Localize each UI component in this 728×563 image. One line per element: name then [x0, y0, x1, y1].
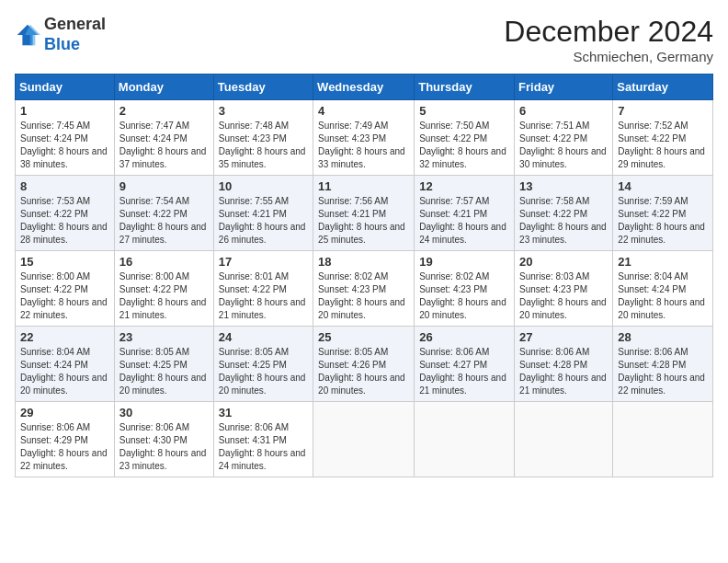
weekday-header-row: SundayMondayTuesdayWednesdayThursdayFrid… — [16, 75, 713, 100]
day-info: Sunrise: 7:57 AMSunset: 4:21 PMDaylight:… — [419, 195, 509, 247]
calendar-cell: 25Sunrise: 8:05 AMSunset: 4:26 PMDayligh… — [313, 327, 415, 402]
day-number: 17 — [219, 255, 308, 269]
day-number: 25 — [318, 330, 409, 344]
day-info: Sunrise: 7:53 AMSunset: 4:22 PMDaylight:… — [20, 195, 109, 247]
day-info: Sunrise: 8:01 AMSunset: 4:22 PMDaylight:… — [219, 270, 308, 322]
day-info: Sunrise: 7:56 AMSunset: 4:21 PMDaylight:… — [318, 195, 409, 247]
weekday-header-friday: Friday — [515, 75, 613, 100]
logo-icon — [15, 22, 40, 48]
day-number: 10 — [219, 179, 308, 193]
day-info: Sunrise: 7:49 AMSunset: 4:23 PMDaylight:… — [318, 120, 409, 171]
calendar-cell: 4Sunrise: 7:49 AMSunset: 4:23 PMDaylight… — [313, 100, 415, 176]
calendar-cell: 15Sunrise: 8:00 AMSunset: 4:22 PMDayligh… — [16, 251, 115, 327]
day-number: 6 — [519, 104, 608, 118]
day-info: Sunrise: 7:47 AMSunset: 4:24 PMDaylight:… — [119, 120, 209, 171]
day-number: 30 — [119, 406, 209, 419]
day-info: Sunrise: 7:59 AMSunset: 4:22 PMDaylight:… — [618, 195, 708, 247]
calendar-cell: 20Sunrise: 8:03 AMSunset: 4:23 PMDayligh… — [515, 251, 613, 327]
day-info: Sunrise: 8:05 AMSunset: 4:25 PMDaylight:… — [219, 346, 308, 397]
calendar-cell: 9Sunrise: 7:54 AMSunset: 4:22 PMDaylight… — [114, 176, 213, 251]
day-info: Sunrise: 8:02 AMSunset: 4:23 PMDaylight:… — [318, 270, 409, 322]
calendar-cell: 16Sunrise: 8:00 AMSunset: 4:22 PMDayligh… — [114, 251, 213, 327]
day-number: 16 — [119, 255, 209, 269]
day-number: 26 — [419, 330, 509, 344]
day-number: 29 — [20, 406, 109, 419]
day-number: 18 — [318, 255, 409, 269]
weekday-header-sunday: Sunday — [16, 75, 115, 100]
day-info: Sunrise: 8:06 AMSunset: 4:29 PMDaylight:… — [20, 421, 109, 473]
day-number: 19 — [419, 255, 509, 269]
day-info: Sunrise: 7:52 AMSunset: 4:22 PMDaylight:… — [618, 120, 708, 171]
page-header: General Blue December 2024 Schmiechen, G… — [15, 15, 713, 64]
calendar-cell: 24Sunrise: 8:05 AMSunset: 4:25 PMDayligh… — [213, 327, 313, 402]
day-number: 14 — [618, 179, 708, 193]
calendar-cell: 17Sunrise: 8:01 AMSunset: 4:22 PMDayligh… — [213, 251, 313, 327]
day-info: Sunrise: 7:55 AMSunset: 4:21 PMDaylight:… — [219, 195, 308, 247]
day-info: Sunrise: 8:04 AMSunset: 4:24 PMDaylight:… — [618, 270, 708, 322]
location: Schmiechen, Germany — [504, 49, 713, 64]
weekday-header-wednesday: Wednesday — [313, 75, 415, 100]
day-number: 4 — [318, 104, 409, 118]
title-block: December 2024 Schmiechen, Germany — [504, 15, 713, 64]
day-info: Sunrise: 8:06 AMSunset: 4:28 PMDaylight:… — [618, 346, 708, 397]
calendar-week-row: 8Sunrise: 7:53 AMSunset: 4:22 PMDaylight… — [16, 176, 713, 251]
calendar-cell: 27Sunrise: 8:06 AMSunset: 4:28 PMDayligh… — [515, 327, 613, 402]
calendar-cell: 8Sunrise: 7:53 AMSunset: 4:22 PMDaylight… — [16, 176, 115, 251]
calendar-cell: 28Sunrise: 8:06 AMSunset: 4:28 PMDayligh… — [613, 327, 713, 402]
calendar-cell: 6Sunrise: 7:51 AMSunset: 4:22 PMDaylight… — [515, 100, 613, 176]
calendar-cell: 23Sunrise: 8:05 AMSunset: 4:25 PMDayligh… — [114, 327, 213, 402]
month-title: December 2024 — [504, 15, 713, 49]
calendar-cell — [313, 402, 415, 477]
day-number: 21 — [618, 255, 708, 269]
day-info: Sunrise: 8:05 AMSunset: 4:25 PMDaylight:… — [119, 346, 209, 397]
calendar-week-row: 29Sunrise: 8:06 AMSunset: 4:29 PMDayligh… — [16, 402, 713, 477]
calendar-cell: 31Sunrise: 8:06 AMSunset: 4:31 PMDayligh… — [213, 402, 313, 477]
day-number: 2 — [119, 104, 209, 118]
day-info: Sunrise: 8:06 AMSunset: 4:30 PMDaylight:… — [119, 421, 209, 473]
day-info: Sunrise: 8:05 AMSunset: 4:26 PMDaylight:… — [318, 346, 409, 397]
day-info: Sunrise: 7:58 AMSunset: 4:22 PMDaylight:… — [519, 195, 608, 247]
day-info: Sunrise: 7:54 AMSunset: 4:22 PMDaylight:… — [119, 195, 209, 247]
weekday-header-saturday: Saturday — [613, 75, 713, 100]
day-number: 5 — [419, 104, 509, 118]
calendar-cell — [613, 402, 713, 477]
day-number: 28 — [618, 330, 708, 344]
calendar-cell: 29Sunrise: 8:06 AMSunset: 4:29 PMDayligh… — [16, 402, 115, 477]
day-number: 24 — [219, 330, 308, 344]
logo-general: General — [44, 15, 106, 35]
day-info: Sunrise: 8:03 AMSunset: 4:23 PMDaylight:… — [519, 270, 608, 322]
day-info: Sunrise: 8:06 AMSunset: 4:27 PMDaylight:… — [419, 346, 509, 397]
day-number: 23 — [119, 330, 209, 344]
day-number: 1 — [20, 104, 109, 118]
day-info: Sunrise: 7:51 AMSunset: 4:22 PMDaylight:… — [519, 120, 608, 171]
day-number: 22 — [20, 330, 109, 344]
calendar-cell: 10Sunrise: 7:55 AMSunset: 4:21 PMDayligh… — [213, 176, 313, 251]
day-number: 9 — [119, 179, 209, 193]
calendar-cell — [515, 402, 613, 477]
calendar-cell: 19Sunrise: 8:02 AMSunset: 4:23 PMDayligh… — [415, 251, 515, 327]
day-number: 12 — [419, 179, 509, 193]
calendar-cell: 18Sunrise: 8:02 AMSunset: 4:23 PMDayligh… — [313, 251, 415, 327]
weekday-header-tuesday: Tuesday — [213, 75, 313, 100]
day-info: Sunrise: 7:45 AMSunset: 4:24 PMDaylight:… — [20, 120, 109, 171]
day-number: 31 — [219, 406, 308, 419]
weekday-header-monday: Monday — [114, 75, 213, 100]
calendar-cell: 26Sunrise: 8:06 AMSunset: 4:27 PMDayligh… — [415, 327, 515, 402]
day-info: Sunrise: 7:50 AMSunset: 4:22 PMDaylight:… — [419, 120, 509, 171]
logo: General Blue — [15, 15, 106, 54]
day-info: Sunrise: 8:06 AMSunset: 4:28 PMDaylight:… — [519, 346, 608, 397]
weekday-header-thursday: Thursday — [415, 75, 515, 100]
day-number: 20 — [519, 255, 608, 269]
calendar-cell: 13Sunrise: 7:58 AMSunset: 4:22 PMDayligh… — [515, 176, 613, 251]
day-info: Sunrise: 7:48 AMSunset: 4:23 PMDaylight:… — [219, 120, 308, 171]
day-number: 27 — [519, 330, 608, 344]
calendar-week-row: 22Sunrise: 8:04 AMSunset: 4:24 PMDayligh… — [16, 327, 713, 402]
day-info: Sunrise: 8:00 AMSunset: 4:22 PMDaylight:… — [20, 270, 109, 322]
day-info: Sunrise: 8:00 AMSunset: 4:22 PMDaylight:… — [119, 270, 209, 322]
calendar-cell: 3Sunrise: 7:48 AMSunset: 4:23 PMDaylight… — [213, 100, 313, 176]
day-info: Sunrise: 8:04 AMSunset: 4:24 PMDaylight:… — [20, 346, 109, 397]
day-number: 8 — [20, 179, 109, 193]
day-number: 11 — [318, 179, 409, 193]
logo-blue: Blue — [44, 35, 106, 55]
calendar-cell: 12Sunrise: 7:57 AMSunset: 4:21 PMDayligh… — [415, 176, 515, 251]
